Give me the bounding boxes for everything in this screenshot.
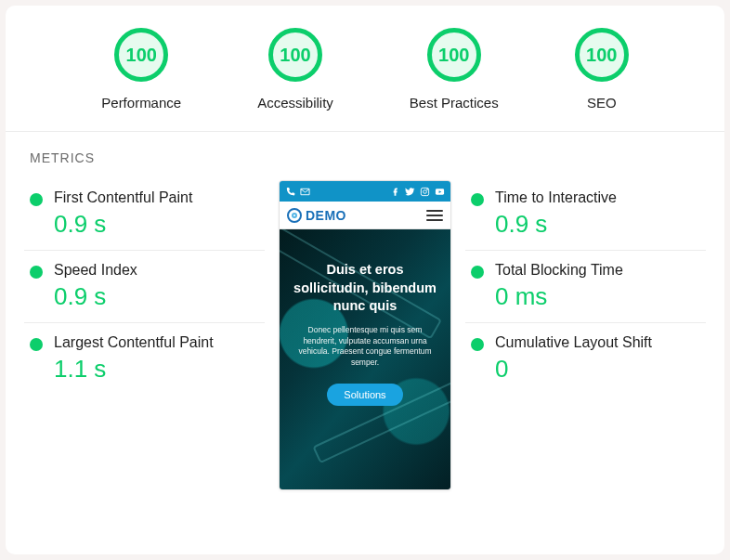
score-gauge: 100 — [268, 28, 322, 82]
phone-nav-bar: DEMO — [280, 202, 450, 229]
twitter-icon — [405, 187, 415, 197]
mail-icon — [300, 187, 310, 197]
metric-label: Time to Interactive — [495, 189, 617, 206]
instagram-icon — [420, 187, 430, 197]
metric-label: Cumulative Layout Shift — [495, 334, 652, 351]
metrics-column-right: Time to Interactive 0.9 s Total Blocking… — [465, 178, 706, 490]
metric-value: 1.1 s — [54, 355, 214, 384]
score-seo: 100 SEO — [575, 28, 629, 111]
metric-label: Largest Contentful Paint — [54, 334, 214, 351]
metric-speed-index: Speed Index 0.9 s — [24, 250, 265, 322]
phone-mock: DEMO Duis et eros sollicitudin, bibendum… — [279, 180, 451, 490]
screenshot-thumbnail: DEMO Duis et eros sollicitudin, bibendum… — [274, 178, 456, 490]
metric-largest-contentful-paint: Largest Contentful Paint 1.1 s — [24, 322, 265, 395]
site-logo: DEMO — [287, 208, 346, 223]
score-label: Best Practices — [410, 95, 499, 111]
metrics-column-left: First Contentful Paint 0.9 s Speed Index… — [24, 178, 265, 490]
facebook-icon — [390, 187, 400, 197]
hero-cta-button: Solutions — [327, 384, 402, 406]
metric-label: First Contentful Paint — [54, 189, 192, 206]
metric-value: 0 ms — [495, 282, 623, 311]
score-best-practices: 100 Best Practices — [410, 28, 499, 111]
score-gauge: 100 — [427, 28, 481, 82]
metric-cumulative-layout-shift: Cumulative Layout Shift 0 — [465, 322, 706, 395]
metric-label: Total Blocking Time — [495, 262, 623, 279]
logo-mark-icon — [287, 208, 302, 223]
metric-time-to-interactive: Time to Interactive 0.9 s — [465, 178, 706, 250]
score-label: SEO — [587, 95, 617, 111]
lighthouse-report-card: 100 Performance 100 Accessibility 100 Be… — [6, 6, 724, 554]
metric-value: 0.9 s — [495, 210, 617, 239]
status-dot-pass-icon — [471, 338, 484, 351]
status-dot-pass-icon — [30, 193, 43, 206]
phone-icon — [285, 187, 295, 197]
youtube-icon — [435, 187, 445, 197]
score-gauge: 100 — [114, 28, 168, 82]
status-dot-pass-icon — [30, 266, 43, 279]
metric-value: 0.9 s — [54, 282, 137, 311]
status-dot-pass-icon — [471, 193, 484, 206]
logo-text: DEMO — [306, 208, 346, 223]
hero-title: Duis et eros sollicitudin, bibendum nunc… — [293, 261, 437, 316]
score-label: Performance — [101, 95, 181, 111]
phone-status-bar — [280, 181, 450, 202]
score-row: 100 Performance 100 Accessibility 100 Be… — [6, 28, 724, 131]
metric-value: 0.9 s — [54, 210, 192, 239]
hero-section: Duis et eros sollicitudin, bibendum nunc… — [280, 229, 450, 489]
metrics-heading: METRICS — [6, 132, 724, 171]
metrics-area: First Contentful Paint 0.9 s Speed Index… — [6, 171, 724, 490]
score-accessibility: 100 Accessibility — [257, 28, 333, 111]
hamburger-icon — [426, 210, 443, 221]
status-dot-pass-icon — [471, 266, 484, 279]
svg-point-1 — [424, 189, 427, 193]
svg-point-2 — [427, 189, 428, 189]
metric-first-contentful-paint: First Contentful Paint 0.9 s — [24, 178, 265, 250]
status-dot-pass-icon — [30, 338, 43, 351]
score-performance: 100 Performance — [101, 28, 181, 111]
metric-label: Speed Index — [54, 262, 137, 279]
hero-copy: Donec pellentesque mi quis sem hendrerit… — [293, 325, 437, 370]
metric-total-blocking-time: Total Blocking Time 0 ms — [465, 250, 706, 322]
metric-value: 0 — [495, 355, 652, 384]
score-label: Accessibility — [257, 95, 333, 111]
score-gauge: 100 — [575, 28, 629, 82]
